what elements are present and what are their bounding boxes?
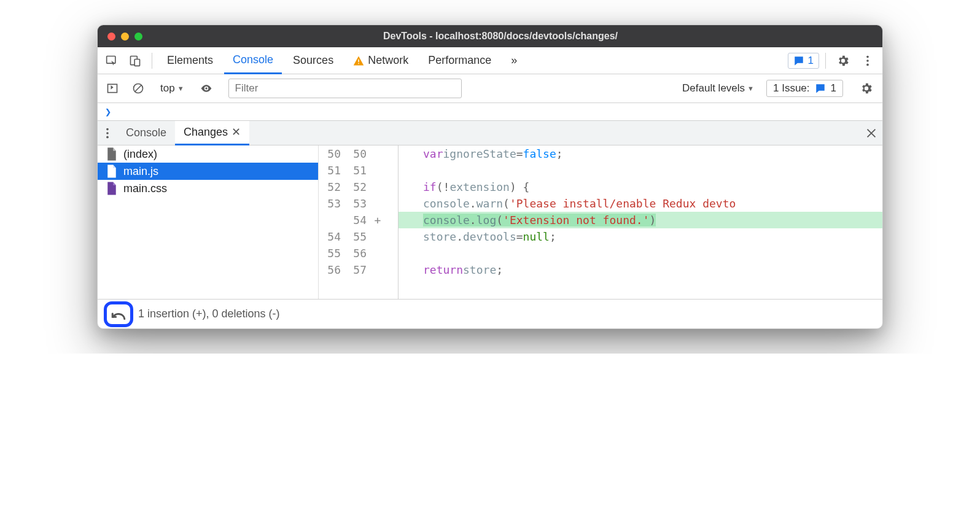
log-levels-selector[interactable]: Default levels ▼ xyxy=(682,82,754,95)
context-selector[interactable]: top ▼ xyxy=(160,82,184,95)
sidebar-toggle-icon[interactable] xyxy=(103,79,122,98)
svg-point-14 xyxy=(106,136,109,138)
file-item-main-css[interactable]: main.css xyxy=(98,180,318,197)
issue-icon xyxy=(815,83,826,94)
divider xyxy=(152,53,152,69)
close-window-button[interactable] xyxy=(107,33,115,41)
changes-footer: 1 insertion (+), 0 deletions (-) xyxy=(98,299,882,328)
issues-label: 1 Issue: xyxy=(773,82,810,95)
tab-overflow[interactable]: » xyxy=(502,47,526,74)
traffic-lights xyxy=(98,33,152,41)
undo-icon xyxy=(111,308,126,320)
live-expression-icon[interactable] xyxy=(196,79,216,98)
diff-line: store.devtools = null; xyxy=(399,228,882,245)
file-icon xyxy=(106,147,117,161)
divider xyxy=(825,53,826,69)
svg-rect-4 xyxy=(358,63,359,64)
svg-point-7 xyxy=(866,63,869,66)
diff-line: if (!extension) { xyxy=(399,179,882,195)
diff-line: return store; xyxy=(399,261,882,278)
tab-sources[interactable]: Sources xyxy=(284,47,342,74)
console-prompt[interactable]: ❯ xyxy=(98,103,882,121)
clear-console-icon[interactable] xyxy=(128,79,148,98)
file-name: (index) xyxy=(123,148,157,161)
code-area[interactable]: var ignoreState = false; if (!extension)… xyxy=(399,145,882,299)
drawer-more-button[interactable] xyxy=(98,122,117,144)
svg-rect-3 xyxy=(358,59,359,62)
svg-point-11 xyxy=(205,87,207,89)
file-name: main.js xyxy=(123,165,158,178)
diff-line: var ignoreState = false; xyxy=(399,145,882,162)
device-toolbar-icon[interactable] xyxy=(125,50,146,71)
title-bar: DevTools - localhost:8080/docs/devtools/… xyxy=(98,25,882,47)
diff-line: console.warn('Please install/enable Redu… xyxy=(399,195,882,212)
chevron-down-icon: ▼ xyxy=(747,85,754,92)
file-icon xyxy=(106,182,117,195)
svg-point-13 xyxy=(106,132,109,134)
more-button[interactable] xyxy=(857,50,879,72)
diff-line: console.log('Extension not found.') xyxy=(399,212,882,228)
settings-button[interactable] xyxy=(832,50,854,72)
file-list: (index) main.js main.css xyxy=(98,145,319,299)
svg-point-6 xyxy=(866,60,869,62)
main-tabstrip: Elements Console Sources Network Perform… xyxy=(98,47,882,74)
issues-badge[interactable]: 1 xyxy=(788,53,819,69)
close-tab-icon[interactable]: ✕ xyxy=(231,125,241,139)
minimize-window-button[interactable] xyxy=(121,33,129,41)
file-icon xyxy=(106,164,117,178)
drawer-tab-changes[interactable]: Changes ✕ xyxy=(175,121,249,145)
issue-count: 1 xyxy=(808,55,814,67)
diff-view: 505051515252535354+545555565657 var igno… xyxy=(319,145,882,299)
warning-icon xyxy=(353,55,364,66)
tab-elements[interactable]: Elements xyxy=(158,47,222,74)
levels-label: Default levels xyxy=(682,82,745,95)
drawer-tab-changes-label: Changes xyxy=(184,126,228,139)
changes-panel: (index) main.js main.css 505051515252535… xyxy=(98,145,882,299)
issues-box[interactable]: 1 Issue: 1 xyxy=(766,80,843,97)
issue-icon xyxy=(793,55,804,66)
window-title: DevTools - localhost:8080/docs/devtools/… xyxy=(152,31,882,42)
devtools-window: DevTools - localhost:8080/docs/devtools/… xyxy=(97,25,883,329)
file-name: main.css xyxy=(123,182,167,195)
diff-line xyxy=(399,162,882,179)
zoom-window-button[interactable] xyxy=(134,33,142,41)
filter-input[interactable] xyxy=(228,79,462,98)
drawer-tab-console[interactable]: Console xyxy=(117,121,175,145)
file-item-main-js[interactable]: main.js xyxy=(98,163,318,180)
svg-line-10 xyxy=(135,85,141,91)
line-gutter: 505051515252535354+545555565657 xyxy=(319,145,399,299)
svg-rect-0 xyxy=(107,56,115,63)
console-toolbar: top ▼ Default levels ▼ 1 Issue: 1 xyxy=(98,74,882,103)
svg-rect-8 xyxy=(108,84,117,92)
tab-network-label: Network xyxy=(368,54,408,67)
file-item-index[interactable]: (index) xyxy=(98,145,318,163)
svg-point-5 xyxy=(866,55,869,58)
context-label: top xyxy=(160,82,175,95)
issues-count: 1 xyxy=(831,82,836,95)
chevron-down-icon: ▼ xyxy=(177,85,184,92)
diff-summary: 1 insertion (+), 0 deletions (-) xyxy=(138,308,280,320)
svg-point-12 xyxy=(106,128,109,130)
tab-console[interactable]: Console xyxy=(224,47,282,74)
inspect-icon[interactable] xyxy=(101,50,122,71)
drawer-tabstrip: Console Changes ✕ xyxy=(98,121,882,145)
tab-network[interactable]: Network xyxy=(344,47,417,74)
revert-button[interactable] xyxy=(104,301,133,327)
tab-performance[interactable]: Performance xyxy=(419,47,500,74)
console-settings-button[interactable] xyxy=(855,77,877,99)
drawer-close-button[interactable] xyxy=(860,122,882,144)
svg-rect-2 xyxy=(134,59,139,66)
diff-line xyxy=(399,245,882,261)
